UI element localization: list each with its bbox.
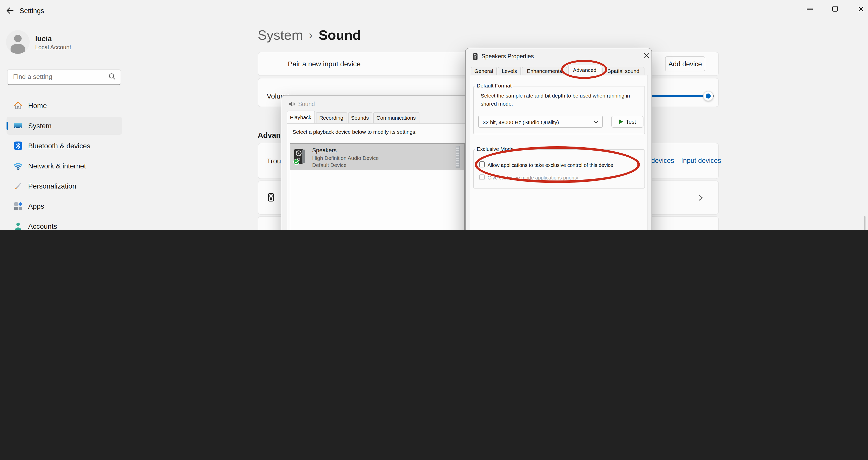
default-format-description-2: shared mode. bbox=[481, 101, 513, 106]
network-icon bbox=[13, 161, 23, 171]
bluetooth-icon bbox=[13, 141, 23, 151]
search-icon[interactable] bbox=[108, 73, 116, 81]
allow-exclusive-checkbox[interactable] bbox=[479, 162, 485, 167]
playback-instruction: Select a playback device below to modify… bbox=[292, 129, 417, 135]
sidebar-item-accounts[interactable]: Accounts bbox=[6, 217, 122, 230]
speakers-properties-title: Speakers Properties bbox=[482, 54, 534, 60]
window-title: Settings bbox=[20, 7, 44, 14]
account-type: Local Account bbox=[35, 45, 71, 51]
accounts-icon bbox=[13, 221, 23, 230]
back-arrow-icon bbox=[5, 5, 15, 16]
minimize-button[interactable] bbox=[807, 8, 813, 9]
tab-recording[interactable]: Recording bbox=[316, 112, 347, 123]
sidebar-item-system[interactable]: System bbox=[6, 117, 122, 135]
sound-dialog-title: Sound bbox=[298, 102, 315, 107]
format-dropdown[interactable]: 32 bit, 48000 Hz (Studio Quality) bbox=[478, 116, 603, 128]
sidebar-item-apps[interactable]: Apps bbox=[6, 197, 122, 215]
speakers-properties-icon bbox=[472, 53, 479, 60]
screen: Settings lucia Local Account Home System… bbox=[0, 0, 868, 230]
pair-input-device-label: Pair a new input device bbox=[288, 60, 361, 67]
tab-spatial-sound[interactable]: Spatial sound bbox=[602, 67, 645, 75]
avatar-head bbox=[14, 35, 22, 42]
tab-general[interactable]: General bbox=[471, 67, 497, 75]
exclusive-mode-group bbox=[473, 149, 645, 189]
play-icon bbox=[619, 119, 623, 124]
sound-devices-icon bbox=[266, 193, 276, 202]
selected-indicator bbox=[6, 122, 8, 130]
avatar-body bbox=[10, 44, 25, 54]
default-format-description-1: Select the sample rate and bit depth to … bbox=[481, 93, 630, 98]
scrollbar-thumb[interactable] bbox=[864, 216, 866, 230]
search-input[interactable] bbox=[13, 73, 101, 81]
tab-communications[interactable]: Communications bbox=[373, 112, 419, 123]
personalization-icon bbox=[13, 181, 23, 191]
allow-exclusive-label[interactable]: Allow applications to take exclusive con… bbox=[488, 163, 613, 168]
home-icon bbox=[13, 100, 23, 111]
avatar[interactable] bbox=[6, 30, 30, 54]
dialog-close-icon[interactable] bbox=[643, 52, 650, 59]
tab-enhancements[interactable]: Enhancements bbox=[522, 67, 567, 75]
input-devices-link[interactable]: Input devices bbox=[681, 157, 721, 164]
tab-sounds[interactable]: Sounds bbox=[348, 112, 372, 123]
speaker-device-icon bbox=[292, 148, 306, 165]
breadcrumb-separator-icon: › bbox=[309, 29, 313, 42]
chevron-right-icon bbox=[698, 195, 704, 201]
breadcrumb-parent[interactable]: System bbox=[258, 27, 303, 43]
priority-checkbox[interactable] bbox=[479, 174, 485, 180]
device-description: High Definition Audio Device bbox=[312, 155, 379, 161]
sound-dialog-icon bbox=[288, 100, 295, 108]
account-name: lucia bbox=[35, 35, 52, 42]
device-name: Speakers bbox=[312, 148, 337, 153]
test-button[interactable]: Test bbox=[611, 116, 644, 128]
tab-advanced[interactable]: Advanced bbox=[568, 65, 601, 75]
tab-playback[interactable]: Playback bbox=[286, 110, 315, 123]
default-format-legend: Default Format bbox=[475, 83, 513, 88]
volume-slider-thumb[interactable] bbox=[703, 91, 713, 101]
sidebar-item-network[interactable]: Network & internet bbox=[6, 157, 122, 175]
page-title: Sound bbox=[319, 27, 361, 43]
device-level-meter bbox=[455, 146, 459, 168]
apps-icon bbox=[13, 201, 23, 211]
sidebar-item-personalization[interactable]: Personalization bbox=[6, 177, 122, 195]
volume-mixer-icon bbox=[266, 230, 276, 230]
system-icon bbox=[13, 121, 23, 131]
maximize-button[interactable] bbox=[832, 6, 838, 11]
priority-label: Give exclusive mode applications priorit… bbox=[488, 175, 578, 180]
tab-levels[interactable]: Levels bbox=[498, 67, 521, 75]
breadcrumb: System › Sound bbox=[258, 27, 361, 44]
sound-dialog: Sound Playback Recording Sounds Communic… bbox=[281, 95, 476, 230]
exclusive-mode-legend: Exclusive Mode bbox=[475, 146, 515, 151]
device-row-speakers[interactable]: Speakers High Definition Audio Device De… bbox=[290, 144, 464, 170]
close-button[interactable] bbox=[858, 6, 864, 12]
add-device-button[interactable]: Add device bbox=[665, 56, 705, 71]
device-status: Default Device bbox=[312, 162, 347, 168]
format-dropdown-value: 32 bit, 48000 Hz (Studio Quality) bbox=[483, 120, 559, 125]
dropdown-chevron-icon bbox=[594, 121, 598, 124]
sidebar-item-bluetooth[interactable]: Bluetooth & devices bbox=[6, 137, 122, 155]
sidebar-item-home[interactable]: Home bbox=[6, 96, 122, 115]
back-button[interactable] bbox=[5, 5, 16, 17]
speakers-properties-dialog: Speakers Properties General Levels Enhan… bbox=[465, 48, 652, 230]
